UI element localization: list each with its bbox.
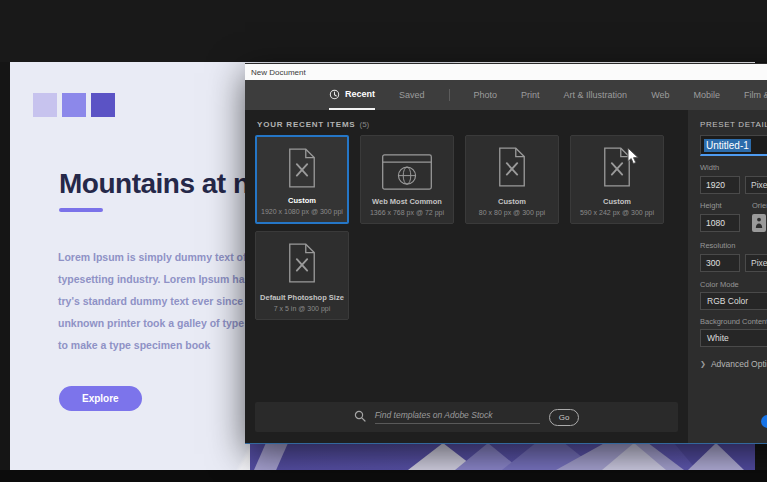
recent-items-title: YOUR RECENT ITEMS <box>257 120 356 129</box>
template-card-custom-1920[interactable]: Custom 1920 x 1080 px @ 300 ppi <box>255 135 349 224</box>
width-row: 1920 Pixels <box>700 175 767 195</box>
square-medium <box>62 93 86 117</box>
tab-label: Art & Illustration <box>564 90 628 100</box>
tab-saved[interactable]: Saved <box>399 80 425 110</box>
height-input[interactable]: 1080 <box>700 214 740 232</box>
resolution-input[interactable]: 300 <box>700 254 740 272</box>
resolution-label: Resolution <box>700 241 767 250</box>
dialog-title: New Document <box>251 68 306 77</box>
background-contents-select[interactable]: White <box>700 329 767 347</box>
template-card-grid: Custom 1920 x 1080 px @ 300 ppi Web Most… <box>255 135 683 320</box>
tab-label: Saved <box>399 90 425 100</box>
card-spec: 80 x 80 px @ 300 ppi <box>479 209 545 216</box>
template-card-custom-80[interactable]: Custom 80 x 80 px @ 300 ppi <box>465 135 559 224</box>
color-mode-label: Color Mode <box>700 280 767 289</box>
browser-globe-icon <box>380 154 434 194</box>
decorative-squares <box>33 93 115 117</box>
recent-items-header: YOUR RECENT ITEMS(5) <box>257 120 369 129</box>
dialog-tabbar: Recent Saved Photo Print Art & Illustrat… <box>245 80 767 110</box>
tab-photo[interactable]: Photo <box>474 80 498 110</box>
card-title: Default Photoshop Size <box>260 293 344 302</box>
top-letterbox-bar <box>0 0 767 62</box>
file-x-icon <box>496 147 528 191</box>
go-button[interactable]: Go <box>549 409 580 426</box>
tab-divider <box>449 89 450 101</box>
create-button-fragment[interactable] <box>761 415 767 428</box>
card-spec: 1920 x 1080 px @ 300 ppi <box>261 208 343 215</box>
mountain-graphic <box>250 443 755 470</box>
template-card-web-most-common[interactable]: Web Most Common 1366 x 768 px @ 72 ppi <box>360 135 454 224</box>
preset-details-panel: PRESET DETAILS Untitled-1 Width 1920 Pix… <box>688 110 767 443</box>
new-document-dialog: New Document Recent Saved Photo Print Ar… <box>245 63 767 444</box>
mountain-shape <box>254 443 288 470</box>
color-mode-select[interactable]: RGB Color <box>700 292 767 310</box>
tab-label: Photo <box>474 90 498 100</box>
cursor-icon <box>627 147 640 170</box>
tab-label: Web <box>651 90 669 100</box>
video-frame: Mountains at night Lorem Ipsum is simply… <box>0 0 767 482</box>
heading-underline <box>59 208 103 212</box>
advanced-options-label: Advanced Options <box>711 359 767 369</box>
card-title: Custom <box>603 197 631 206</box>
recent-items-count: (5) <box>360 120 370 129</box>
tab-recent[interactable]: Recent <box>329 80 375 110</box>
template-card-default-photoshop-size[interactable]: Default Photoshop Size 7 x 5 in @ 300 pp… <box>255 231 349 320</box>
clock-icon <box>329 89 340 100</box>
card-spec: 590 x 242 px @ 300 ppi <box>580 209 654 216</box>
resolution-row: 300 Pixels/Inch <box>700 253 767 273</box>
square-dark <box>91 93 115 117</box>
orientation-label: Orientation <box>752 201 767 210</box>
file-x-icon <box>286 243 318 287</box>
template-card-custom-590[interactable]: Custom 590 x 242 px @ 300 ppi <box>570 135 664 224</box>
square-light <box>33 93 57 117</box>
card-title: Web Most Common <box>372 197 442 206</box>
dialog-titlebar[interactable]: New Document <box>245 63 767 80</box>
recent-items-area: YOUR RECENT ITEMS(5) Custom 1920 x 1080 … <box>245 110 688 443</box>
width-input[interactable]: 1920 <box>700 176 740 194</box>
tab-film-video[interactable]: Film & Video <box>744 80 767 110</box>
tab-label: Print <box>521 90 540 100</box>
background-contents-label: Background Contents <box>700 317 767 326</box>
card-title: Custom <box>498 197 526 206</box>
tab-art-illustration[interactable]: Art & Illustration <box>564 80 628 110</box>
portrait-orientation-icon[interactable] <box>752 214 766 232</box>
tab-label: Film & Video <box>744 90 767 100</box>
tab-mobile[interactable]: Mobile <box>693 80 720 110</box>
tab-print[interactable]: Print <box>521 80 540 110</box>
tab-label: Mobile <box>693 90 720 100</box>
height-row: 1080 <box>700 213 767 233</box>
document-name-input[interactable]: Untitled-1 <box>700 135 767 156</box>
resolution-unit-select[interactable]: Pixels/Inch <box>745 254 767 272</box>
tab-web[interactable]: Web <box>651 80 669 110</box>
chevron-right-icon: ❯ <box>700 360 706 368</box>
card-spec: 7 x 5 in @ 300 ppi <box>274 305 331 312</box>
height-label-row: Height Orientation <box>700 201 767 210</box>
stock-search-input[interactable]: Find templates on Adobe Stock <box>375 410 540 424</box>
advanced-options-toggle[interactable]: ❯ Advanced Options <box>700 359 767 369</box>
height-label: Height <box>700 201 722 210</box>
width-unit-select[interactable]: Pixels <box>745 176 767 194</box>
tab-label: Recent <box>345 89 375 99</box>
width-label: Width <box>700 163 767 172</box>
bottom-letterbox-bar <box>0 470 767 482</box>
preset-details-title: PRESET DETAILS <box>700 120 767 129</box>
explore-button[interactable]: Explore <box>59 386 142 411</box>
card-spec: 1366 x 768 px @ 72 ppi <box>370 209 444 216</box>
document-name-value: Untitled-1 <box>704 139 751 152</box>
file-x-icon <box>286 148 318 192</box>
card-title: Custom <box>288 196 316 205</box>
search-icon <box>354 408 366 426</box>
stock-search-bar: Find templates on Adobe Stock Go <box>255 402 678 432</box>
